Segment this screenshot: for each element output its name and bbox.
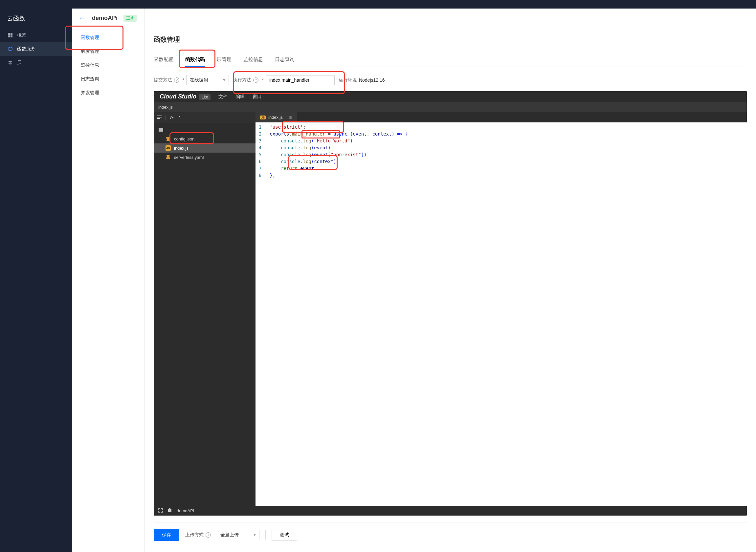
sidebar-item-functions[interactable]: 函数服务 <box>0 42 72 56</box>
top-bar <box>0 0 756 9</box>
tab-config[interactable]: 函数配置 <box>154 53 174 67</box>
page-header: ← demoAPi 正常 <box>72 9 144 28</box>
svg-point-12 <box>166 139 170 141</box>
runtime-value: Nodejs12.16 <box>359 78 385 83</box>
file-config-json[interactable]: config.json <box>154 134 255 143</box>
help-icon[interactable]: ? <box>253 78 258 83</box>
svg-point-15 <box>166 158 170 159</box>
help-icon[interactable]: ? <box>174 78 179 83</box>
db-icon <box>166 136 171 141</box>
file-name: index.js <box>174 146 189 151</box>
file-explorer: ⟳ ⌃ <box>154 112 255 506</box>
status-badge: 正常 <box>123 15 137 22</box>
menu-file[interactable]: 文件 <box>218 94 228 100</box>
outline-icon[interactable] <box>157 115 161 120</box>
menu-edit[interactable]: 编辑 <box>235 94 245 100</box>
file-serverless-yaml[interactable]: serverless.yaml <box>154 153 255 162</box>
back-arrow-icon[interactable]: ← <box>79 14 86 22</box>
toolbar-divider <box>166 115 166 120</box>
subnav-monitor[interactable]: 监控信息 <box>72 58 144 72</box>
subnav-fn-manage[interactable]: 函数管理 <box>72 31 144 45</box>
cloud-studio-brand: Cloud StudioLite <box>159 93 211 100</box>
svg-point-10 <box>166 137 170 138</box>
editor-menubar: Cloud StudioLite 文件 编辑 窗口 <box>154 91 747 102</box>
code-tab-bar: JS index.js ⊞ <box>255 112 747 122</box>
svg-rect-0 <box>8 33 10 35</box>
nav-label: 函数服务 <box>17 46 35 52</box>
submit-method-label: 提交方法 <box>154 77 172 83</box>
sub-nav: 函数管理 触发管理 监控信息 日志查询 并发管理 <box>72 28 144 103</box>
svg-rect-7 <box>157 116 161 116</box>
layers-icon <box>7 60 13 65</box>
file-index-js[interactable]: JS index.js <box>154 143 255 153</box>
required-mark: * <box>262 78 263 83</box>
product-title: 云函数 <box>0 9 72 28</box>
grid-icon <box>7 33 13 37</box>
save-button[interactable]: 保存 <box>154 529 179 541</box>
tab-monitor[interactable]: 监控信息 <box>243 53 263 67</box>
menu-window[interactable]: 窗口 <box>252 94 262 100</box>
code-form-row: 提交方法 ? * 在线编辑 执行方法 ? * 运行环境 Nodejs12.16 <box>154 75 747 85</box>
svg-marker-6 <box>8 63 12 64</box>
file-toolbar: ⟳ ⌃ <box>154 112 255 123</box>
submit-method-select[interactable]: 在线编辑 <box>186 75 229 85</box>
close-tab-icon[interactable]: ⊞ <box>289 115 292 120</box>
file-tree: config.json JS index.js serverless.yaml <box>154 123 255 506</box>
nav-label: 概览 <box>17 32 26 38</box>
tabs: 函数配置 函数代码 层管理 监控信息 日志查询 <box>154 53 747 67</box>
footer-bar: 保存 上传方式 i 全量上传 测试 <box>154 522 747 544</box>
svg-marker-4 <box>8 47 12 51</box>
cube-icon <box>7 46 13 51</box>
left-sidebar: 云函数 概览 函数服务 层 <box>0 0 72 552</box>
panel-title: 函数管理 <box>154 35 747 44</box>
page-title: demoAPi <box>92 15 118 22</box>
main-content: 函数管理 函数配置 函数代码 层管理 监控信息 日志查询 提交方法 ? * 在线… <box>144 0 756 552</box>
code-panel: JS index.js ⊞ 12345678 'use strict';expo… <box>255 112 747 506</box>
refresh-icon[interactable]: ⟳ <box>170 115 174 120</box>
svg-point-14 <box>166 156 170 158</box>
code-tab-label: index.js <box>268 115 283 120</box>
svg-rect-8 <box>157 117 161 118</box>
tab-log[interactable]: 日志查询 <box>275 53 295 67</box>
tab-code[interactable]: 函数代码 <box>185 53 205 67</box>
code-text[interactable]: 'use strict';exports.main_handler = asyn… <box>266 122 747 506</box>
exec-method-input[interactable] <box>266 75 335 85</box>
js-icon: JS <box>260 116 266 120</box>
svg-rect-2 <box>8 35 10 37</box>
subnav-concurrency[interactable]: 并发管理 <box>72 86 144 100</box>
runtime-group: 运行环境 Nodejs12.16 <box>339 77 385 83</box>
nav-label: 层 <box>17 60 22 65</box>
svg-rect-1 <box>10 33 12 35</box>
sidebar-item-overview[interactable]: 概览 <box>0 28 72 42</box>
svg-rect-16 <box>168 509 172 512</box>
collapse-icon[interactable]: ⌃ <box>178 115 182 120</box>
svg-rect-3 <box>10 35 12 37</box>
brand-text: Cloud Studio <box>159 93 196 100</box>
folder-row[interactable] <box>154 125 255 134</box>
runtime-label: 运行环境 <box>339 77 357 83</box>
submit-method-group: 提交方法 ? * 在线编辑 <box>154 75 229 85</box>
upload-mode-value: 全量上传 <box>220 532 239 537</box>
editor-open-file: index.js <box>154 102 747 112</box>
expand-icon[interactable] <box>158 508 163 514</box>
subnav-trigger[interactable]: 触发管理 <box>72 45 144 58</box>
info-icon[interactable]: i <box>206 532 211 538</box>
upload-mode-select[interactable]: 全量上传 <box>217 530 259 540</box>
submit-method-value: 在线编辑 <box>190 77 208 83</box>
tab-layer[interactable]: 层管理 <box>217 53 231 67</box>
db-icon <box>166 155 171 160</box>
statusbar-project: demoAPi <box>177 508 194 513</box>
upload-mode-group: 上传方式 i <box>185 532 211 538</box>
subnav-logs[interactable]: 日志查询 <box>72 72 144 86</box>
svg-point-13 <box>166 155 170 156</box>
test-button[interactable]: 测试 <box>272 529 297 541</box>
file-name: config.json <box>174 137 194 141</box>
svg-rect-9 <box>157 118 160 119</box>
code-area[interactable]: 12345678 'use strict';exports.main_handl… <box>255 122 747 506</box>
content-panel: 函数管理 函数配置 函数代码 层管理 监控信息 日志查询 提交方法 ? * 在线… <box>144 27 756 552</box>
code-tab-index-js[interactable]: JS index.js ⊞ <box>255 112 297 122</box>
editor-statusbar: demoAPi <box>154 506 747 516</box>
sidebar-item-layers[interactable]: 层 <box>0 56 72 70</box>
exec-method-group: 执行方法 ? * <box>233 75 334 85</box>
puzzle-icon[interactable] <box>168 508 172 514</box>
